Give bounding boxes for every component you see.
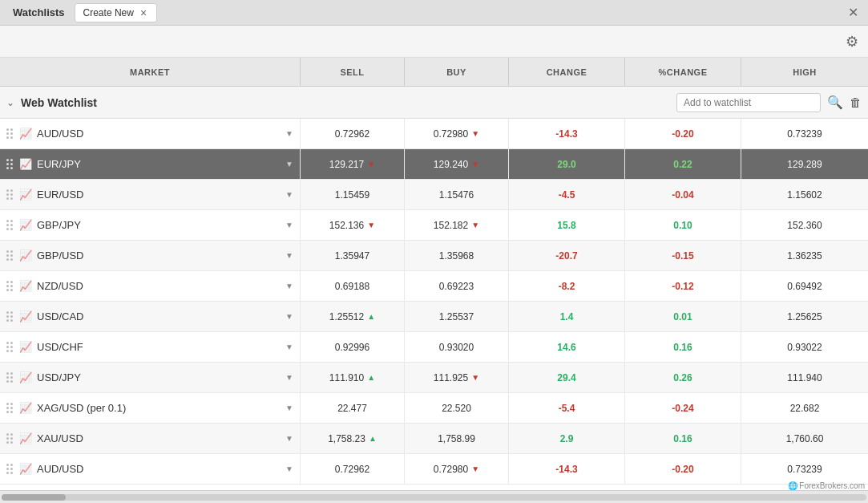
drag-handle-icon[interactable] [6,311,13,322]
chart-icon: 📈 [19,219,32,231]
high-value: 129.289 [787,159,822,170]
close-tab-icon[interactable]: × [139,6,148,19]
market-dropdown-arrow[interactable]: ▼ [285,343,293,351]
change-value: -8.2 [559,281,575,292]
market-dropdown-arrow[interactable]: ▼ [285,404,293,412]
buy-cell: 152.182▼ [405,210,509,240]
buy-cell: 1.15476 [405,180,509,209]
buy-value: 0.72980 [434,464,468,475]
sell-cell: 129.217▼ [301,149,405,179]
sell-down-arrow-icon: ▼ [367,221,375,229]
window-close-button[interactable]: ✕ [845,5,862,20]
buy-down-arrow-icon: ▼ [471,129,479,138]
drag-handle-icon[interactable] [6,250,13,261]
change-cell: -20.7 [509,241,625,270]
h-scrollbar-track[interactable] [2,494,866,501]
drag-handle-icon[interactable] [6,159,13,169]
drag-handle-icon[interactable] [6,464,13,474]
drag-handle-icon[interactable] [6,220,13,230]
tab-bar-right: ✕ [845,5,862,20]
pct-change-cell: 0.22 [625,149,741,179]
change-cell: 2.9 [509,424,625,453]
pct-change-value: 0.22 [673,159,692,170]
table-row[interactable]: 📈EUR/JPY▼129.217▼129.240▼29.00.22129.289 [0,149,868,180]
drag-handle-icon[interactable] [6,433,13,444]
sell-value: 1.25512 [329,311,364,322]
pct-change-cell: -0.15 [625,241,741,270]
horizontal-scrollbar[interactable] [0,490,868,503]
high-value: 111.940 [787,372,822,383]
market-name: EUR/USD [37,189,282,201]
chart-icon: 📈 [19,371,32,383]
watchlist-delete-button[interactable]: 🗑 [850,95,862,109]
change-value: -5.4 [559,403,575,414]
market-dropdown-arrow[interactable]: ▼ [285,312,293,321]
buy-value: 1.25537 [439,311,474,322]
sell-cell: 1.15459 [301,180,405,209]
change-value: -4.5 [559,189,575,201]
change-value: -14.3 [555,464,577,475]
table-row[interactable]: 📈EUR/USD▼1.154591.15476-4.5-0.041.15602 [0,180,868,210]
pct-change-cell: 0.01 [625,302,741,331]
market-cell: 📈USD/JPY▼ [0,363,301,392]
change-cell: 1.4 [509,302,625,331]
table-row[interactable]: 📈USD/JPY▼111.910▲111.925▼29.40.26111.940 [0,363,868,393]
create-new-label: Create New [83,7,134,18]
table-row[interactable]: 📈XAU/USD▼1,758.23▲1,758.992.90.161,760.6… [0,424,868,454]
market-name: USD/CHF [37,341,282,353]
drag-handle-icon[interactable] [6,403,13,413]
sell-cell: 0.92996 [301,332,405,362]
drag-handle-icon[interactable] [6,128,13,139]
drag-handle-icon[interactable] [6,372,13,383]
high-cell: 0.73239 [741,454,868,484]
pct-change-value: 0.01 [673,311,692,322]
high-cell: 0.93022 [741,332,868,362]
market-cell: 📈USD/CHF▼ [0,332,301,362]
table-row[interactable]: 📈USD/CHF▼0.929960.9302014.60.160.93022 [0,332,868,363]
sell-cell: 111.910▲ [301,363,405,392]
add-to-watchlist-input[interactable] [676,93,821,112]
market-dropdown-arrow[interactable]: ▼ [285,160,293,168]
table-row[interactable]: 📈GBP/JPY▼152.136▼152.182▼15.80.10152.360 [0,210,868,241]
market-dropdown-arrow[interactable]: ▼ [285,282,293,290]
drag-handle-icon[interactable] [6,189,13,200]
drag-handle-icon[interactable] [6,281,13,291]
market-dropdown-arrow[interactable]: ▼ [285,190,293,199]
market-name: EUR/JPY [37,158,282,170]
table-row[interactable]: 📈GBP/USD▼1.359471.35968-20.7-0.151.36235 [0,241,868,271]
table-row[interactable]: 📈AUD/USD▼0.729620.72980▼-14.3-0.200.7323… [0,454,868,485]
market-dropdown-arrow[interactable]: ▼ [285,129,293,138]
h-scrollbar-thumb[interactable] [2,494,66,501]
market-dropdown-arrow[interactable]: ▼ [285,464,293,473]
table-row[interactable]: 📈AUD/USD▼0.729620.72980▼-14.3-0.200.7323… [0,119,868,149]
rows-container[interactable]: 📈AUD/USD▼0.729620.72980▼-14.3-0.200.7323… [0,119,868,490]
market-dropdown-arrow[interactable]: ▼ [285,434,293,443]
watchlist-search-button[interactable]: 🔍 [827,95,843,110]
high-value: 1.25625 [787,311,822,322]
pct-change-value: -0.04 [672,189,693,201]
high-value: 1.36235 [787,250,822,262]
high-value: 0.73239 [787,464,822,475]
market-dropdown-arrow[interactable]: ▼ [285,221,293,229]
drag-handle-icon[interactable] [6,342,13,352]
change-cell: 29.4 [509,363,625,392]
high-cell: 1,760.60 [741,424,868,453]
watchlist-search-area: 🔍 🗑 [676,93,862,112]
change-value: 29.4 [557,372,575,383]
col-header-high: HIGH [741,58,868,86]
market-dropdown-arrow[interactable]: ▼ [285,251,293,260]
high-cell: 1.15602 [741,180,868,209]
table-row[interactable]: 📈NZD/USD▼0.691880.69223-8.2-0.120.69492 [0,271,868,302]
table-row[interactable]: 📈USD/CAD▼1.25512▲1.255371.40.011.25625 [0,302,868,332]
change-cell: 29.0 [509,149,625,179]
settings-button[interactable]: ⚙ [846,33,858,51]
pct-change-cell: -0.24 [625,393,741,423]
create-new-tab-button[interactable]: Create New × [75,3,158,22]
buy-cell: 0.69223 [405,271,509,301]
watchlist-chevron-icon[interactable]: ⌄ [6,97,14,108]
market-dropdown-arrow[interactable]: ▼ [285,373,293,382]
table-row[interactable]: 📈XAG/USD (per 0.1)▼22.47722.520-5.4-0.24… [0,393,868,424]
pct-change-cell: -0.20 [625,119,741,148]
watchlist-title: Web Watchlist [21,96,676,109]
watermark-text: ForexBrokers.com [799,481,865,490]
